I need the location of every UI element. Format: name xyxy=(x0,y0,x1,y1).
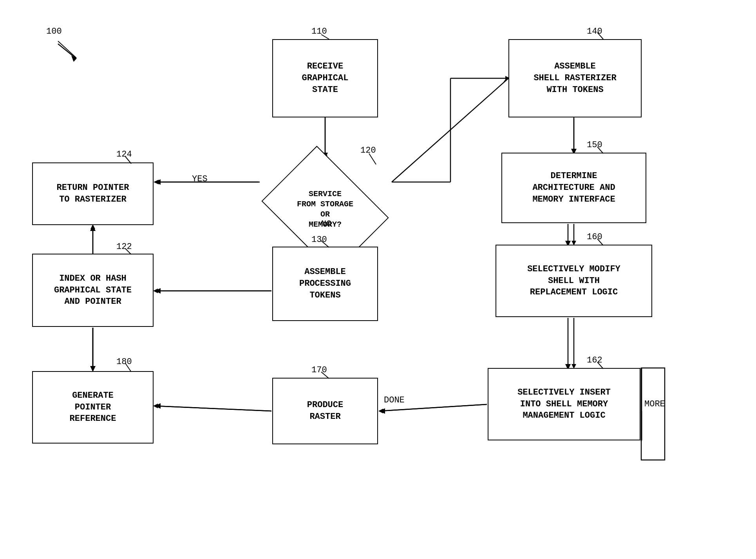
svg-line-8 xyxy=(392,78,508,182)
label-more: MORE xyxy=(644,399,665,409)
ref-170: 170 xyxy=(311,365,327,375)
svg-line-25 xyxy=(155,406,271,411)
ref-120: 120 xyxy=(360,146,376,155)
box-140: ASSEMBLE SHELL RASTERIZER WITH TOKENS xyxy=(508,39,642,117)
label-yes: YES xyxy=(192,174,208,184)
ref-122: 122 xyxy=(116,242,132,252)
svg-marker-5 xyxy=(155,179,161,185)
label-no: NO xyxy=(321,219,331,229)
box-170: PRODUCE RASTER xyxy=(272,378,378,444)
ref-160: 160 xyxy=(587,232,602,242)
svg-marker-54 xyxy=(153,404,158,408)
diagram-container: RECEIVE GRAPHICAL STATE ASSEMBLE SHELL R… xyxy=(0,0,756,559)
box-122: INDEX OR HASH GRAPHICAL STATE AND POINTE… xyxy=(32,254,154,327)
box-124: RETURN POINTER TO RASTERIZER xyxy=(32,162,154,225)
ref-150: 150 xyxy=(587,140,602,150)
ref-124: 124 xyxy=(116,150,132,159)
svg-line-0 xyxy=(58,44,76,59)
svg-line-23 xyxy=(379,404,487,411)
label-done: DONE xyxy=(384,395,405,405)
ref-130: 130 xyxy=(311,235,327,245)
ref-140: 140 xyxy=(587,27,602,36)
box-150: DETERMINE ARCHITECTURE AND MEMORY INTERF… xyxy=(501,153,646,223)
svg-marker-52 xyxy=(378,409,383,413)
svg-line-53 xyxy=(155,406,271,411)
svg-marker-13 xyxy=(90,225,96,231)
box-110: RECEIVE GRAPHICAL STATE xyxy=(272,39,378,117)
ref-100: 100 xyxy=(46,27,62,36)
svg-marker-9 xyxy=(503,77,508,82)
box-180: GENERATE POINTER REFERENCE xyxy=(32,371,154,444)
ref-162: 162 xyxy=(587,355,602,365)
ref-180: 180 xyxy=(116,357,132,367)
svg-marker-1 xyxy=(71,56,76,62)
svg-marker-24 xyxy=(379,408,385,414)
svg-line-51 xyxy=(380,404,487,411)
svg-marker-15 xyxy=(155,288,161,294)
svg-marker-32 xyxy=(154,180,159,184)
svg-rect-57 xyxy=(641,368,665,460)
svg-marker-26 xyxy=(155,403,161,409)
ref-110: 110 xyxy=(311,27,327,36)
svg-line-58 xyxy=(58,41,76,58)
svg-marker-46 xyxy=(153,289,158,293)
box-160: SELECTIVELY MODIFY SHELL WITH REPLACEMEN… xyxy=(496,245,652,317)
box-162: SELECTIVELY INSERT INTO SHELL MEMORY MAN… xyxy=(488,368,640,440)
box-130: ASSEMBLE PROCESSING TOKENS xyxy=(272,247,378,321)
svg-marker-50 xyxy=(90,366,95,371)
